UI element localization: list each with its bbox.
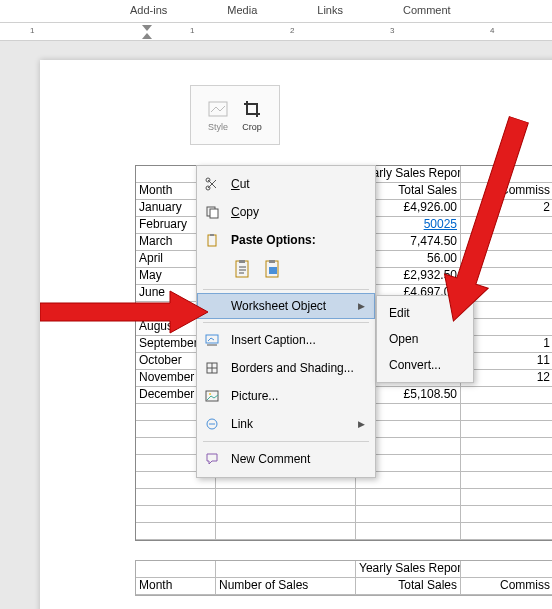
format-callout: Style Crop	[190, 85, 280, 145]
crop-label: Crop	[242, 122, 262, 132]
svg-rect-8	[239, 260, 245, 263]
cell-comm: 1	[461, 336, 552, 352]
cell-comm: 12	[461, 370, 552, 386]
col-header: Commiss	[461, 578, 552, 594]
ctx-label: Copy	[231, 205, 365, 219]
svg-rect-6	[210, 234, 214, 236]
link-icon	[203, 415, 221, 433]
svg-rect-11	[269, 267, 277, 274]
cut-icon	[203, 175, 221, 193]
cell-comm	[461, 387, 552, 403]
embedded-sheet-2[interactable]: Yearly Sales Report Month Number of Sale…	[135, 560, 552, 596]
svg-rect-10	[269, 260, 275, 263]
ruler: 1 1 2 3 4	[0, 23, 552, 41]
ctx-new-comment[interactable]: New Comment	[197, 445, 375, 473]
ctx-label: Picture...	[231, 389, 365, 403]
tab-addins[interactable]: Add-ins	[130, 0, 167, 22]
ruler-mark: 2	[290, 26, 294, 35]
svg-rect-7	[236, 261, 248, 277]
style-icon	[207, 98, 229, 120]
ctx-separator	[203, 322, 369, 323]
chevron-right-icon: ▶	[358, 301, 365, 311]
ctx-label: Paste Options:	[231, 233, 365, 247]
ctx-paste-header: Paste Options:	[197, 226, 375, 254]
ctx-label: Worksheet Object	[231, 299, 348, 313]
ctx-worksheet-object[interactable]: Worksheet Object ▶	[197, 293, 375, 319]
ctx-separator	[203, 441, 369, 442]
ruler-mark: 1	[30, 26, 34, 35]
style-label: Style	[208, 122, 228, 132]
context-menu: Cut Copy Paste Options: Worksheet Object…	[196, 165, 376, 478]
ribbon-tabs: Add-ins Media Links Comment	[0, 0, 552, 23]
ctx-copy[interactable]: Copy	[197, 198, 375, 226]
chevron-right-icon: ▶	[358, 419, 365, 429]
ctx-link[interactable]: Link ▶	[197, 410, 375, 438]
annotation-arrow-1	[40, 289, 210, 335]
ctx-label: Insert Caption...	[231, 333, 365, 347]
paste-option-1[interactable]	[233, 258, 253, 280]
crop-button[interactable]: Crop	[241, 98, 263, 132]
col-header: Total Sales	[356, 578, 461, 594]
sheet-title: Yearly Sales Report	[356, 561, 461, 577]
ctx-separator	[203, 289, 369, 290]
copy-icon	[203, 203, 221, 221]
paste-option-2[interactable]	[263, 258, 283, 280]
col-header: Month	[136, 578, 216, 594]
ruler-mark: 4	[490, 26, 494, 35]
borders-icon	[203, 359, 221, 377]
ruler-mark: 1	[190, 26, 194, 35]
ctx-label: Link	[231, 417, 348, 431]
tab-links[interactable]: Links	[317, 0, 343, 22]
ruler-indent-marker[interactable]	[142, 25, 153, 39]
crop-icon	[241, 98, 263, 120]
ctx-label: Cut	[231, 177, 365, 191]
svg-rect-5	[208, 235, 216, 246]
sub-convert[interactable]: Convert...	[377, 352, 473, 378]
picture-icon	[203, 387, 221, 405]
sub-open[interactable]: Open	[377, 326, 473, 352]
ruler-mark: 3	[390, 26, 394, 35]
ctx-cut[interactable]: Cut	[197, 170, 375, 198]
svg-rect-4	[210, 209, 218, 218]
tab-media[interactable]: Media	[227, 0, 257, 22]
ctx-picture[interactable]: Picture...	[197, 382, 375, 410]
col-header: Number of Sales	[216, 578, 356, 594]
ctx-borders-shading[interactable]: Borders and Shading...	[197, 354, 375, 382]
ctx-insert-caption[interactable]: Insert Caption...	[197, 326, 375, 354]
paste-icon	[203, 231, 221, 249]
paste-options	[197, 254, 375, 286]
cell-comm: 11	[461, 353, 552, 369]
comment-icon	[203, 450, 221, 468]
tab-comment[interactable]: Comment	[403, 0, 451, 22]
svg-point-15	[209, 393, 211, 395]
style-button: Style	[207, 98, 229, 132]
ctx-label: New Comment	[231, 452, 365, 466]
ctx-label: Borders and Shading...	[231, 361, 365, 375]
